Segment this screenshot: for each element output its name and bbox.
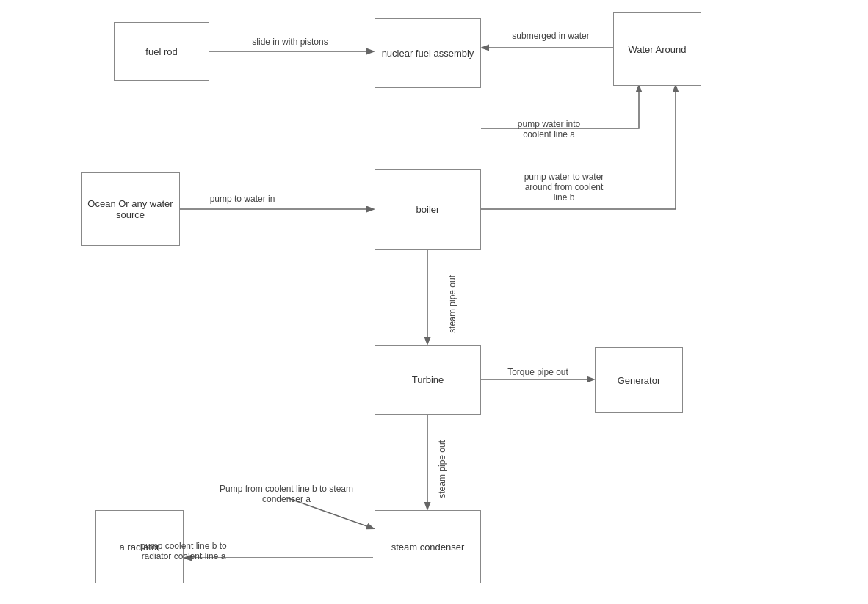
fuel-rod-box: fuel rod <box>114 22 209 81</box>
turbine-box: Turbine <box>375 345 481 415</box>
label-pump-from-coolent: Pump from coolent line b to steam conden… <box>195 473 378 504</box>
label-slide-in: slide in with pistons <box>213 37 367 47</box>
label-pump-water-to: pump water to water around from coolent … <box>491 161 637 203</box>
label-pump-coolent-line: pump coolent line b to radiator coolent … <box>106 531 261 561</box>
ocean-box: Ocean Or any water source <box>81 172 180 246</box>
label-torque-pipe: Torque pipe out <box>485 367 591 377</box>
label-steam-pipe-out-2: steam pipe out <box>437 440 496 498</box>
diagram: fuel rod nuclear fuel assembly Water Aro… <box>0 0 868 604</box>
generator-box: Generator <box>595 347 683 413</box>
boiler-box: boiler <box>375 169 481 250</box>
label-pump-water-into: pump water into coolent line a <box>485 109 613 139</box>
label-steam-pipe-out-1: steam pipe out <box>437 275 496 333</box>
nuclear-fuel-box: nuclear fuel assembly <box>375 18 481 88</box>
water-around-box: Water Around <box>613 12 701 86</box>
label-pump-to-water: pump to water in <box>187 194 297 204</box>
steam-condenser-box: steam condenser <box>375 510 481 583</box>
label-submerged: submerged in water <box>488 31 613 41</box>
